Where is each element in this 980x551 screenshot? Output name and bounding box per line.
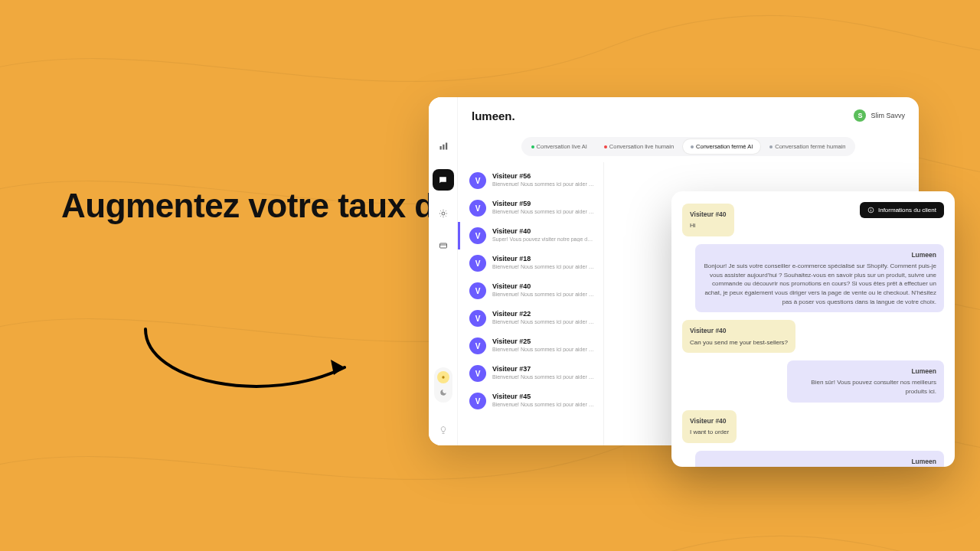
status-dot — [691, 145, 694, 148]
conversation-item[interactable]: VVisiteur #59Bienvenue! Nous sommes ici … — [458, 194, 603, 222]
tab-conversation-live-ai[interactable]: Conversation live AI — [524, 139, 595, 154]
conversation-name: Visiteur #40 — [492, 282, 594, 290]
conversation-name: Visiteur #40 — [492, 227, 596, 235]
card-icon[interactable] — [434, 236, 452, 255]
conversation-item[interactable]: VVisiteur #18Bienvenue! Nous sommes ici … — [458, 249, 603, 277]
tab-label: Conversation live AI — [537, 143, 587, 150]
message-author: Lumeen — [703, 250, 936, 259]
conversation-name: Visiteur #45 — [492, 393, 594, 400]
theme-toggle[interactable] — [434, 367, 452, 403]
tab-conversation-live-humain[interactable]: Conversation live humain — [596, 139, 681, 154]
conversation-preview: Bienvenue! Nous sommes ici pour aider … — [492, 181, 594, 187]
user-avatar: S — [854, 109, 866, 122]
tab-conversation-fermé-ai[interactable]: Conversation fermé AI — [683, 139, 760, 154]
conversation-item[interactable]: VVisiteur #37Bienvenue! Nous sommes ici … — [458, 360, 603, 387]
tab-label: Conversation fermé AI — [696, 143, 753, 150]
message-author: Lumeen — [795, 367, 936, 376]
message-text: I want to order — [690, 428, 729, 437]
visitor-message: Visiteur #40Hi — [682, 204, 734, 236]
conversation-name: Visiteur #37 — [492, 365, 594, 373]
visitor-avatar: V — [469, 255, 486, 272]
user-name: Slim Savvy — [871, 112, 905, 119]
visitor-message: Visiteur #40I want to order — [682, 410, 737, 443]
message-text: Bien sûr! Vous pouvez consulter nos meil… — [795, 378, 936, 396]
status-dot — [769, 145, 773, 148]
conversation-preview: Super! Vous pouvez visiter notre page de… — [492, 236, 596, 242]
svg-rect-4 — [439, 243, 446, 248]
status-dot — [531, 145, 534, 148]
tab-label: Conversation fermé humain — [775, 143, 845, 150]
conversation-name: Visiteur #25 — [492, 337, 594, 345]
tab-label: Conversation live humain — [609, 143, 674, 150]
conversation-item[interactable]: VVisiteur #45Bienvenue! Nous sommes ici … — [458, 387, 603, 415]
arrow-illustration — [138, 321, 368, 413]
gear-icon[interactable] — [434, 204, 452, 223]
conversation-preview: Bienvenue! Nous sommes ici pour aider … — [492, 264, 594, 269]
conversation-item[interactable]: VVisiteur #40Bienvenue! Nous sommes ici … — [458, 277, 603, 305]
conversation-name: Visiteur #18 — [492, 255, 594, 262]
message-text: Can you send me your best-sellers? — [690, 338, 788, 347]
conversation-name: Visiteur #59 — [492, 200, 594, 207]
svg-rect-1 — [439, 146, 441, 150]
conversation-preview: Bienvenue! Nous sommes ici pour aider … — [492, 209, 594, 214]
conversation-item[interactable]: VVisiteur #56Bienvenue! Nous sommes ici … — [458, 167, 603, 194]
visitor-message: Visiteur #40Can you send me your best-se… — [682, 320, 795, 353]
conversation-item[interactable]: VVisiteur #25Bienvenue! Nous sommes ici … — [458, 332, 603, 360]
visitor-avatar: V — [469, 172, 486, 189]
conversation-preview: Bienvenue! Nous sommes ici pour aider … — [492, 374, 594, 380]
tab-conversation-fermé-humain[interactable]: Conversation fermé humain — [762, 139, 853, 154]
conversation-name: Visiteur #56 — [492, 172, 594, 180]
message-author: Visiteur #40 — [690, 326, 788, 335]
visitor-avatar: V — [469, 310, 486, 327]
topbar: lumeen. S Slim Savvy — [458, 97, 919, 134]
message-text: Bonjour! Je suis votre conseiller e-comm… — [703, 262, 936, 306]
brand-logo: lumeen. — [472, 109, 515, 122]
chat-icon[interactable] — [433, 169, 454, 191]
sun-icon — [437, 371, 449, 383]
sidebar — [429, 97, 458, 445]
message-author: Visiteur #40 — [690, 210, 727, 219]
svg-rect-2 — [443, 145, 444, 150]
chat-card: Informations du client Visiteur #40HiLum… — [671, 191, 955, 467]
message-text: Hi — [690, 221, 727, 230]
conversation-tabs: Conversation live AIConversation live hu… — [521, 137, 856, 156]
conversation-preview: Bienvenue! Nous sommes ici pour aider … — [492, 402, 594, 407]
conversation-preview: Bienvenue! Nous sommes ici pour aider … — [492, 319, 594, 324]
conversation-name: Visiteur #22 — [492, 310, 594, 318]
conversation-preview: Bienvenue! Nous sommes ici pour aider … — [492, 292, 594, 297]
svg-rect-3 — [446, 143, 447, 150]
message-author: Visiteur #40 — [690, 416, 729, 425]
visitor-avatar: V — [469, 282, 486, 299]
status-dot — [604, 145, 607, 148]
user-chip[interactable]: S Slim Savvy — [854, 109, 905, 122]
client-info-button[interactable]: Informations du client — [860, 202, 944, 218]
visitor-avatar: V — [469, 365, 486, 382]
bot-message: LumeenBien sûr! Vous pouvez consulter no… — [787, 360, 944, 403]
visitor-avatar: V — [469, 227, 486, 244]
message-author: Lumeen — [703, 457, 936, 466]
svg-point-9 — [871, 208, 871, 209]
conversation-item[interactable]: VVisiteur #22Bienvenue! Nous sommes ici … — [458, 305, 603, 332]
chat-messages: Visiteur #40HiLumeenBonjour! Je suis vot… — [682, 204, 944, 467]
bot-message: LumeenSuper! Vous pouvez visiter notre p… — [695, 451, 944, 468]
svg-point-6 — [442, 376, 444, 378]
visitor-avatar: V — [469, 337, 486, 354]
bulb-icon[interactable] — [434, 421, 452, 439]
conversation-preview: Bienvenue! Nous sommes ici pour aider … — [492, 347, 594, 352]
conversation-item[interactable]: VVisiteur #40Super! Vous pouvez visiter … — [458, 222, 603, 249]
moon-icon — [437, 386, 449, 399]
client-info-label: Informations du client — [878, 207, 936, 214]
visitor-avatar: V — [469, 200, 486, 217]
bars-icon[interactable] — [434, 137, 452, 155]
visitor-avatar: V — [469, 393, 486, 409]
bot-message: LumeenBonjour! Je suis votre conseiller … — [695, 244, 944, 312]
conversation-list: VVisiteur #56Bienvenue! Nous sommes ici … — [458, 162, 603, 445]
